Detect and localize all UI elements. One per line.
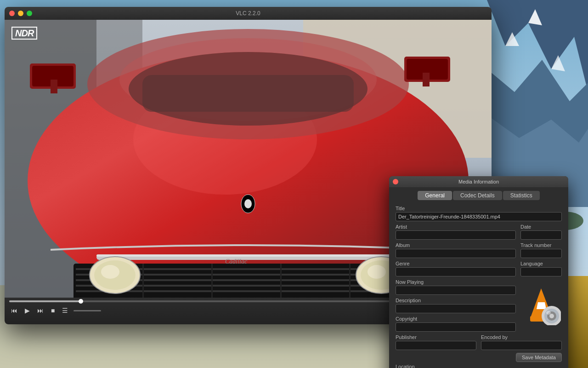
window-title: VLC 2.2.0 [236,10,260,17]
fast-forward-button[interactable]: ⏭ [35,306,45,315]
artist-field-col: Artist [396,224,516,240]
volume-slider[interactable] [74,310,101,311]
location-label: Location [396,364,562,368]
svg-rect-29 [211,264,213,298]
dialog-titlebar: Media Information [389,176,568,187]
title-field-group: Title [396,206,562,221]
album-input[interactable] [396,249,516,258]
language-field-col: Language [520,261,562,276]
vlc-titlebar: VLC 2.2.0 [5,7,492,20]
svg-point-56 [546,311,551,315]
now-playing-section: Now Playing Description Copyright [396,279,516,332]
title-label: Title [396,206,562,211]
svg-rect-47 [423,73,430,86]
media-info-dialog: Media Information General Codec Details … [389,176,568,368]
copyright-field-group: Copyright [396,316,516,332]
svg-point-37 [368,265,386,279]
description-label: Description [396,298,516,303]
svg-point-19 [244,199,252,208]
svg-rect-30 [280,264,282,298]
dialog-body: Title Artist Date Album Track number [389,203,568,368]
svg-rect-28 [142,264,144,298]
description-field-group: Description [396,298,516,313]
track-number-field-col: Track number [520,242,562,258]
svg-marker-50 [537,302,546,309]
svg-text:Cadillac: Cadillac [225,258,248,265]
vlc-logo [522,286,561,325]
tab-codec-details[interactable]: Codec Details [453,191,502,200]
svg-rect-44 [51,80,57,93]
copyright-label: Copyright [396,316,516,322]
play-button[interactable]: ▶ [23,306,32,315]
language-input[interactable] [520,267,562,276]
titlebar-buttons [9,11,32,16]
artist-input[interactable] [396,230,516,240]
minimize-button[interactable] [18,11,23,16]
ndr-logo: NDR [11,27,37,40]
track-number-label: Track number [520,242,562,248]
title-input[interactable] [396,212,562,221]
copyright-input[interactable] [396,322,516,332]
svg-rect-21 [96,254,400,257]
maximize-button[interactable] [27,11,32,16]
language-label: Language [520,261,562,266]
album-track-row: Album Track number [396,242,562,258]
genre-language-row: Genre Language [396,261,562,276]
date-field-col: Date [520,224,562,240]
tab-general[interactable]: General [418,191,452,200]
playlist-button[interactable]: ☰ [60,306,70,315]
close-button[interactable] [9,11,15,16]
rewind-button[interactable]: ⏮ [9,306,19,315]
progress-knob[interactable] [79,299,83,304]
location-field-group: Location [396,364,562,368]
encoded-by-label: Encoded by [481,334,562,340]
artist-date-row: Artist Date [396,224,562,240]
svg-rect-31 [349,264,351,298]
track-number-input[interactable] [520,249,562,258]
svg-point-55 [549,314,554,318]
publisher-label: Publisher [396,334,476,340]
genre-field-col: Genre [396,261,516,276]
save-metadata-button[interactable]: Save Metadata [516,353,562,362]
date-label: Date [520,224,562,230]
tab-statistics[interactable]: Statistics [503,191,540,200]
svg-rect-41 [142,75,354,112]
publisher-input[interactable] [396,341,476,350]
encoded-by-field-col: Encoded by [481,334,562,350]
artist-label: Artist [396,224,516,230]
album-field-col: Album [396,242,516,258]
now-playing-label: Now Playing [396,279,516,285]
vlc-logo-container [520,279,562,332]
description-input[interactable] [396,304,516,313]
dialog-tabs: General Codec Details Statistics [389,187,568,203]
save-btn-container: Save Metadata [396,353,562,362]
dialog-close-button[interactable] [393,179,398,184]
album-label: Album [396,242,516,248]
genre-input[interactable] [396,267,516,276]
publisher-encoded-row: Publisher Encoded by [396,334,562,350]
encoded-by-input[interactable] [481,341,562,350]
publisher-field-col: Publisher [396,334,476,350]
now-playing-input[interactable] [396,286,516,295]
stop-button[interactable]: ■ [49,306,57,315]
date-input[interactable] [520,230,562,240]
svg-point-34 [101,265,119,279]
dialog-title: Media Information [458,179,499,184]
progress-fill [9,300,81,302]
genre-label: Genre [396,261,516,266]
